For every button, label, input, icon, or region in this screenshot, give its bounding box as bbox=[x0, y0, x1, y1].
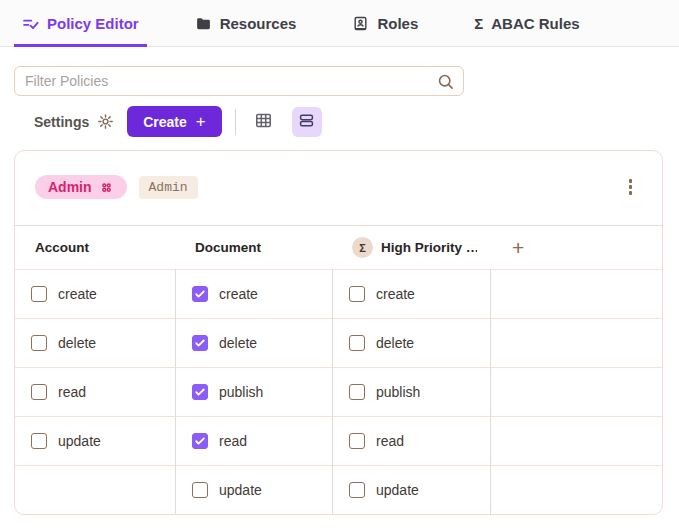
table-cell bbox=[15, 465, 175, 514]
policy-table-body: createcreatecreatedeletedeletedeleteread… bbox=[15, 269, 662, 514]
table-cell: update bbox=[15, 416, 175, 465]
table-cell: update bbox=[175, 465, 332, 514]
permission-label: create bbox=[219, 286, 258, 302]
table-cell: publish bbox=[332, 367, 490, 416]
permission-label: delete bbox=[376, 335, 414, 351]
permission-label: publish bbox=[219, 384, 263, 400]
sigma-badge-icon: Σ bbox=[352, 237, 373, 258]
policy-table-header: Account Document Σ High Priority … + bbox=[15, 225, 662, 269]
table-cell: read bbox=[175, 416, 332, 465]
role-pill[interactable]: Admin bbox=[35, 175, 127, 199]
permission-label: read bbox=[376, 433, 404, 449]
settings-button[interactable]: Settings bbox=[34, 113, 114, 130]
column-header-add: + bbox=[490, 226, 662, 269]
add-column-button[interactable]: + bbox=[512, 237, 524, 258]
permission-label: create bbox=[376, 286, 415, 302]
table-cell bbox=[490, 465, 662, 514]
table-cell: read bbox=[332, 416, 490, 465]
permission-checkbox[interactable] bbox=[31, 384, 47, 400]
table-cell: delete bbox=[332, 318, 490, 367]
tab-label: ABAC Rules bbox=[491, 15, 579, 32]
tab-label: Resources bbox=[220, 15, 297, 32]
table-grid-icon bbox=[254, 111, 273, 133]
permission-label: update bbox=[376, 482, 419, 498]
permission-label: publish bbox=[376, 384, 420, 400]
table-cell: update bbox=[332, 465, 490, 514]
checklist-icon bbox=[22, 15, 39, 32]
permission-checkbox[interactable] bbox=[349, 286, 365, 302]
permission-checkbox[interactable] bbox=[192, 384, 208, 400]
dots-grid-icon bbox=[99, 180, 114, 195]
tab-abac-rules[interactable]: Σ ABAC Rules bbox=[466, 0, 587, 46]
permission-checkbox[interactable] bbox=[31, 433, 47, 449]
folder-icon bbox=[195, 15, 212, 32]
role-pill-label: Admin bbox=[48, 179, 92, 195]
sigma-icon: Σ bbox=[474, 15, 483, 32]
role-tag: Admin bbox=[139, 176, 198, 199]
create-button[interactable]: Create + bbox=[127, 106, 222, 137]
permission-checkbox[interactable] bbox=[31, 286, 47, 302]
tab-resources[interactable]: Resources bbox=[187, 0, 305, 46]
tab-roles[interactable]: Roles bbox=[344, 0, 426, 46]
tab-label: Roles bbox=[377, 15, 418, 32]
settings-label: Settings bbox=[34, 114, 89, 130]
permission-checkbox[interactable] bbox=[349, 433, 365, 449]
table-cell: create bbox=[175, 269, 332, 318]
tab-label: Policy Editor bbox=[47, 15, 139, 32]
permission-checkbox[interactable] bbox=[349, 384, 365, 400]
plus-icon: + bbox=[196, 113, 206, 130]
permission-checkbox[interactable] bbox=[349, 482, 365, 498]
table-cell: delete bbox=[15, 318, 175, 367]
permission-checkbox[interactable] bbox=[31, 335, 47, 351]
grid-view-toggle[interactable] bbox=[249, 107, 279, 137]
table-cell: create bbox=[332, 269, 490, 318]
permission-checkbox[interactable] bbox=[192, 433, 208, 449]
permission-label: read bbox=[219, 433, 247, 449]
gear-icon bbox=[97, 113, 114, 130]
permission-label: delete bbox=[58, 335, 96, 351]
policy-card-header: Admin Admin bbox=[15, 151, 662, 225]
filter-row bbox=[14, 66, 464, 96]
filter-policies-input[interactable] bbox=[14, 66, 464, 96]
stacked-rows-icon bbox=[297, 111, 316, 133]
policy-card: Admin Admin Account Document Σ High Prio… bbox=[14, 150, 663, 515]
create-label: Create bbox=[143, 114, 187, 130]
toolbar: Settings Create + bbox=[34, 106, 665, 137]
top-tab-bar: Policy Editor Resources Roles Σ bbox=[0, 0, 679, 47]
permission-label: delete bbox=[219, 335, 257, 351]
permission-checkbox[interactable] bbox=[192, 335, 208, 351]
table-cell: delete bbox=[175, 318, 332, 367]
rows-view-toggle[interactable] bbox=[292, 107, 322, 137]
permission-checkbox[interactable] bbox=[349, 335, 365, 351]
permission-label: read bbox=[58, 384, 86, 400]
table-cell: create bbox=[15, 269, 175, 318]
permission-label: update bbox=[58, 433, 101, 449]
permission-label: update bbox=[219, 482, 262, 498]
kebab-menu-icon[interactable] bbox=[625, 175, 637, 199]
contact-card-icon bbox=[352, 15, 369, 32]
tab-list: Policy Editor Resources Roles Σ bbox=[14, 0, 588, 46]
table-cell bbox=[490, 367, 662, 416]
search-icon bbox=[436, 72, 455, 95]
column-header-document: Document bbox=[175, 226, 332, 269]
toolbar-divider bbox=[235, 109, 236, 135]
role-pill-group: Admin Admin bbox=[35, 175, 198, 199]
column-header-account: Account bbox=[15, 226, 175, 269]
table-cell: publish bbox=[175, 367, 332, 416]
table-cell bbox=[490, 416, 662, 465]
permission-label: create bbox=[58, 286, 97, 302]
permission-checkbox[interactable] bbox=[192, 482, 208, 498]
table-cell bbox=[490, 318, 662, 367]
permission-checkbox[interactable] bbox=[192, 286, 208, 302]
table-cell: read bbox=[15, 367, 175, 416]
column-header-high-priority: Σ High Priority … bbox=[332, 226, 490, 269]
tab-policy-editor[interactable]: Policy Editor bbox=[14, 0, 147, 46]
table-cell bbox=[490, 269, 662, 318]
